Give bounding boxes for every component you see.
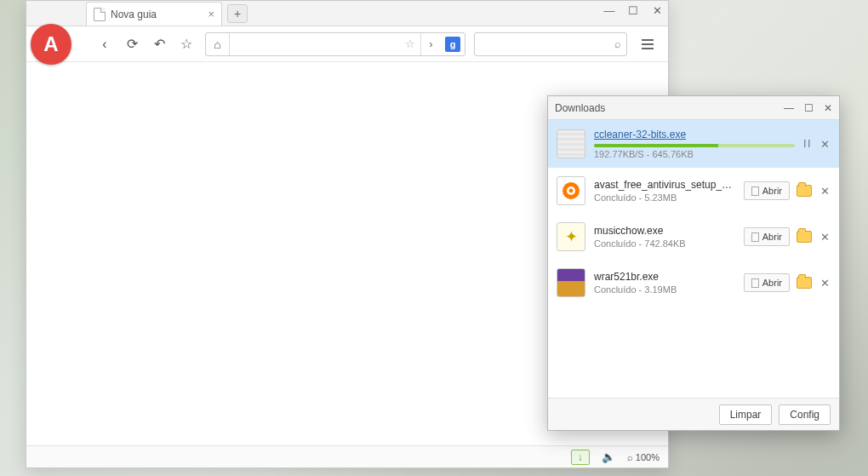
tab-strip: Nova guia × + — ☐ ✕ bbox=[26, 1, 668, 26]
address-input[interactable] bbox=[230, 38, 400, 50]
download-item-actions: Abrir✕ bbox=[744, 181, 831, 200]
open-folder-icon[interactable] bbox=[797, 277, 812, 289]
zoom-value: 100% bbox=[636, 452, 660, 462]
menu-button[interactable] bbox=[636, 32, 660, 56]
go-button[interactable]: › bbox=[420, 33, 441, 55]
downloads-list: ccleaner-32-bits.exe192.77KB/S - 645.76K… bbox=[548, 120, 839, 398]
downloads-indicator-icon[interactable]: ↓ bbox=[571, 450, 590, 465]
downloads-maximize-button[interactable]: ☐ bbox=[804, 102, 814, 114]
download-item-body: wrar521br.exeConcluído - 3.19MB bbox=[594, 271, 735, 295]
downloads-footer: Limpar Config bbox=[548, 398, 839, 430]
open-button-label: Abrir bbox=[762, 232, 782, 242]
downloads-title: Downloads bbox=[555, 102, 605, 114]
download-item-body: musicchow.exeConcluído - 742.84KB bbox=[594, 225, 735, 249]
svg-point-2 bbox=[569, 189, 574, 193]
remove-download-icon[interactable]: ✕ bbox=[819, 231, 831, 244]
document-icon bbox=[751, 232, 759, 242]
zoom-control[interactable]: ⌕ 100% bbox=[627, 452, 660, 462]
open-folder-icon[interactable] bbox=[797, 231, 812, 243]
clear-button[interactable]: Limpar bbox=[719, 404, 773, 425]
toolbar: ‹ ⟳ ↶ ☆ ⌂ ☆ › g ⌕ bbox=[26, 26, 668, 62]
download-item: ccleaner-32-bits.exe192.77KB/S - 645.76K… bbox=[548, 120, 839, 168]
open-button[interactable]: Abrir bbox=[744, 181, 790, 200]
address-bar: ⌂ ☆ › g bbox=[205, 32, 465, 56]
download-file-name[interactable]: ccleaner-32-bits.exe bbox=[594, 129, 795, 141]
app-logo-letter: A bbox=[43, 32, 58, 56]
new-tab-button[interactable]: + bbox=[227, 4, 248, 23]
tab-title: Nova guia bbox=[111, 9, 157, 20]
search-box: ⌕ bbox=[474, 32, 627, 56]
document-icon bbox=[751, 278, 759, 288]
open-button[interactable]: Abrir bbox=[744, 273, 790, 292]
remove-download-icon[interactable]: ✕ bbox=[819, 277, 831, 290]
download-file-name[interactable]: wrar521br.exe bbox=[594, 271, 735, 283]
bookmark-star-button[interactable]: ☆ bbox=[174, 32, 198, 56]
tab-close-icon[interactable]: × bbox=[208, 8, 214, 20]
open-folder-icon[interactable] bbox=[797, 185, 812, 197]
window-close-button[interactable]: ✕ bbox=[651, 4, 663, 17]
download-item-actions: ⅠⅠ✕ bbox=[803, 138, 831, 151]
open-button[interactable]: Abrir bbox=[744, 227, 790, 246]
app-logo[interactable]: A bbox=[31, 24, 71, 65]
document-icon bbox=[751, 186, 759, 196]
download-item-actions: Abrir✕ bbox=[744, 273, 831, 292]
open-button-label: Abrir bbox=[762, 278, 782, 288]
download-item-body: avast_free_antivirus_setup_o...Concluído… bbox=[594, 179, 735, 203]
download-progress-bar bbox=[594, 144, 795, 147]
download-item: avast_free_antivirus_setup_o...Concluído… bbox=[548, 168, 839, 214]
download-file-icon: ✦ bbox=[557, 222, 585, 251]
tab-new[interactable]: Nova guia × bbox=[86, 2, 222, 26]
downloads-titlebar[interactable]: Downloads — ☐ ✕ bbox=[548, 96, 839, 120]
window-maximize-button[interactable]: ☐ bbox=[627, 4, 639, 17]
download-file-icon bbox=[557, 129, 585, 158]
zoom-icon: ⌕ bbox=[627, 452, 633, 462]
open-button-label: Abrir bbox=[762, 186, 782, 196]
download-item: ✦musicchow.exeConcluído - 742.84KBAbrir✕ bbox=[548, 214, 839, 260]
reload-button[interactable]: ⟳ bbox=[120, 32, 144, 56]
remove-download-icon[interactable]: ✕ bbox=[819, 185, 831, 198]
download-subtext: 192.77KB/S - 645.76KB bbox=[594, 149, 795, 159]
pause-button[interactable]: ⅠⅠ bbox=[803, 138, 812, 150]
download-item: wrar521br.exeConcluído - 3.19MBAbrir✕ bbox=[548, 260, 839, 306]
back-button[interactable]: ‹ bbox=[93, 32, 117, 56]
window-minimize-button[interactable]: — bbox=[603, 4, 615, 17]
download-file-name[interactable]: musicchow.exe bbox=[594, 225, 735, 237]
downloads-close-button[interactable]: ✕ bbox=[824, 102, 832, 114]
page-icon bbox=[94, 8, 106, 21]
download-file-icon bbox=[557, 176, 585, 205]
status-bar: ↓ 🔈 ⌕ 100% bbox=[26, 445, 668, 467]
search-icon[interactable]: ⌕ bbox=[614, 37, 621, 50]
home-button[interactable]: ⌂ bbox=[206, 33, 230, 55]
config-button[interactable]: Config bbox=[779, 404, 831, 425]
download-subtext: Concluído - 742.84KB bbox=[594, 238, 735, 249]
volume-icon[interactable]: 🔈 bbox=[602, 450, 615, 463]
downloads-minimize-button[interactable]: — bbox=[784, 102, 794, 114]
download-subtext: Concluído - 3.19MB bbox=[594, 284, 735, 295]
downloads-window-controls: — ☐ ✕ bbox=[784, 102, 832, 114]
bookmark-page-icon[interactable]: ☆ bbox=[400, 37, 420, 50]
window-controls: — ☐ ✕ bbox=[603, 4, 663, 17]
download-file-name[interactable]: avast_free_antivirus_setup_o... bbox=[594, 179, 735, 191]
download-file-icon bbox=[557, 268, 585, 297]
remove-download-icon[interactable]: ✕ bbox=[819, 138, 831, 151]
download-subtext: Concluído - 5.23MB bbox=[594, 192, 735, 203]
download-item-actions: Abrir✕ bbox=[744, 227, 831, 246]
downloads-panel: Downloads — ☐ ✕ ccleaner-32-bits.exe192.… bbox=[547, 95, 840, 431]
google-badge-icon[interactable]: g bbox=[445, 37, 460, 52]
undo-button[interactable]: ↶ bbox=[147, 32, 171, 56]
search-input[interactable] bbox=[480, 38, 614, 50]
download-item-body: ccleaner-32-bits.exe192.77KB/S - 645.76K… bbox=[594, 129, 795, 159]
